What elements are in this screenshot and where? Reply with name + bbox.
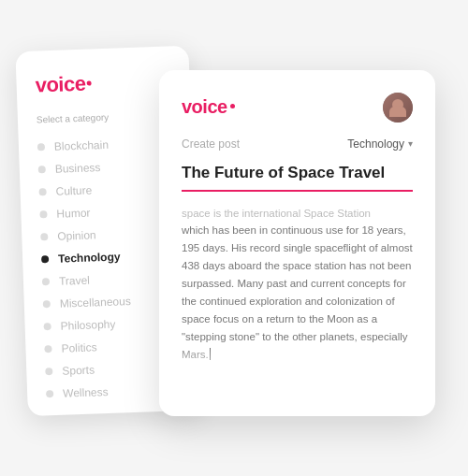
post-editor-card: voice Create post Technology ▾ space is … — [159, 70, 435, 416]
category-dropdown[interactable]: Technology ▾ — [347, 137, 413, 151]
post-content-area[interactable]: space is the international Space Station… — [182, 205, 413, 387]
chevron-down-icon: ▾ — [408, 138, 413, 149]
logo-text: voice — [182, 96, 235, 118]
back-card-logo: voice — [35, 68, 171, 97]
toolbar: Create post Technology ▾ — [182, 137, 413, 151]
front-card-logo: voice — [182, 93, 413, 123]
content-first-line: space is the international Space Station — [182, 208, 371, 219]
create-post-label: Create post — [182, 137, 240, 151]
content-fade — [182, 340, 413, 387]
main-scene: voice Select a category Blockchain Busin… — [28, 42, 440, 435]
selected-category-label: Technology — [347, 137, 404, 151]
post-title-input[interactable] — [182, 164, 413, 192]
select-category-label: Select a category — [37, 109, 172, 124]
avatar[interactable] — [383, 93, 413, 123]
